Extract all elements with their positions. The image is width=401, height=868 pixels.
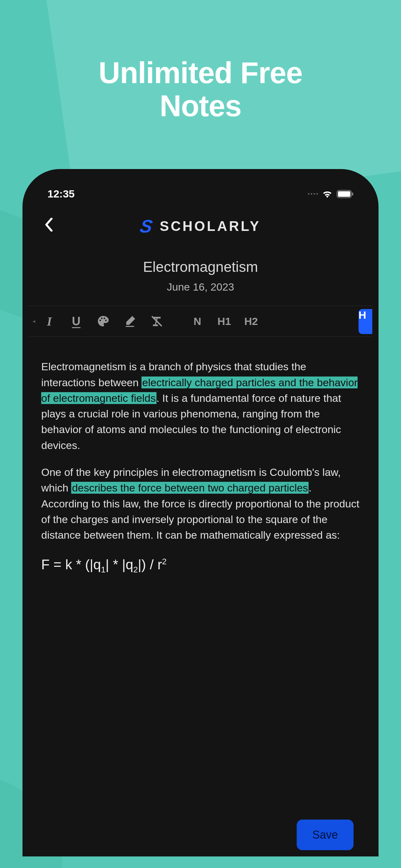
underline-icon: U <box>72 315 80 328</box>
phone-frame: 12:35 S SCHOLARLY <box>23 169 378 857</box>
formatting-toolbar: ◂ I U N H1 H2 H <box>29 306 372 337</box>
status-time: 12:35 <box>47 188 75 200</box>
h3-label: H <box>359 309 366 321</box>
note-header: Electromagnetism June 16, 2023 <box>29 246 372 306</box>
app-name: SCHOLARLY <box>160 218 261 234</box>
highlighted-text: describes the force between two charged … <box>71 482 308 494</box>
highlight-button[interactable] <box>117 310 143 332</box>
underline-button[interactable]: U <box>63 310 89 332</box>
normal-text-button[interactable]: N <box>185 310 210 332</box>
clear-format-button[interactable] <box>144 310 170 332</box>
italic-button[interactable]: I <box>37 310 62 332</box>
save-button[interactable]: Save <box>297 819 354 850</box>
phone-screen: 12:35 S SCHOLARLY <box>29 178 372 857</box>
formula-text: F = k * (|q1| * |q2|) / r2 <box>41 554 360 576</box>
marketing-headline: Unlimited Free Notes <box>0 0 401 122</box>
italic-icon: I <box>47 314 52 329</box>
toolbar-scroll-left-icon[interactable]: ◂ <box>32 318 35 324</box>
svg-rect-1 <box>338 191 350 197</box>
svg-rect-2 <box>352 192 353 195</box>
paragraph-2: One of the key principles in electromagn… <box>41 464 360 543</box>
app-header: S SCHOLARLY <box>29 200 372 246</box>
heading1-button[interactable]: H1 <box>211 310 237 332</box>
heading3-button[interactable]: H <box>359 309 372 334</box>
app-logo-icon: S <box>138 216 154 237</box>
h1-label: H1 <box>218 315 231 328</box>
note-title[interactable]: Electromagnetism <box>29 258 372 275</box>
signal-dots-icon <box>308 193 318 195</box>
app-logo-wrap: S SCHOLARLY <box>140 216 261 237</box>
normal-label: N <box>194 315 201 328</box>
status-indicators <box>308 190 354 198</box>
headline-line2: Notes <box>160 89 241 122</box>
battery-icon <box>337 190 354 198</box>
h2-label: H2 <box>244 315 258 328</box>
heading2-button[interactable]: H2 <box>238 310 264 332</box>
status-bar: 12:35 <box>29 178 372 200</box>
save-label: Save <box>312 828 338 841</box>
back-button[interactable] <box>44 217 53 235</box>
paragraph-1: Electromagnetism is a branch of physics … <box>41 359 360 453</box>
text-color-button[interactable] <box>90 310 116 332</box>
palette-icon <box>97 315 109 328</box>
note-date: June 16, 2023 <box>29 281 372 293</box>
highlight-icon <box>124 315 136 328</box>
clear-format-icon <box>150 315 163 328</box>
note-content[interactable]: Electromagnetism is a branch of physics … <box>29 337 372 576</box>
wifi-icon <box>322 190 332 198</box>
headline-line1: Unlimited Free <box>99 56 303 89</box>
